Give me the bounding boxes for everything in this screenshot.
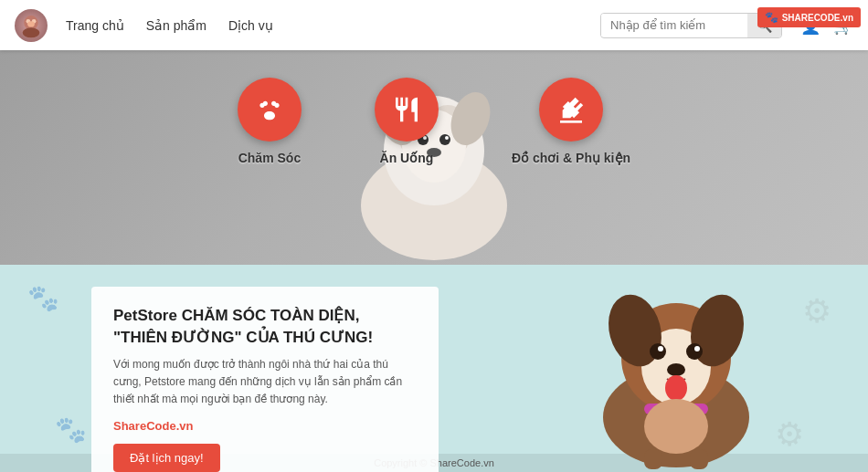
section2-inner: 🐾 🐾 ⚙ ⚙ PetStore CHĂM SÓC TOÀN DIỆN, "TH… [0,265,868,472]
hero-section: Chăm Sóc Ăn Uống Đồ chơi & Phụ kiện [0,50,868,265]
cham-soc-label: Chăm Sóc [238,151,301,165]
info-description: Với mong muốn được trở thành ngôi nhà th… [113,356,417,409]
search-container: 🔍 [600,13,782,38]
svg-rect-30 [644,449,662,469]
category-do-choi[interactable]: Đồ chơi & Phụ kiện [512,78,630,165]
dog-right-image [557,271,795,472]
sharecode-text: SHARECODE.vn [782,13,853,23]
dog-svg [557,271,795,472]
svg-point-27 [665,375,687,401]
search-input[interactable] [601,14,747,37]
hammer-icon [556,95,586,124]
paw-icon: 🐾 [765,11,778,24]
nav-menu: Trang chủ Sản phẩm Dịch vụ [66,18,600,33]
deco-paw-2: 🐾 [55,414,87,445]
category-cham-soc[interactable]: Chăm Sóc [238,78,302,165]
logo[interactable] [15,9,48,42]
cham-soc-circle [238,78,302,142]
paw-icon [255,95,284,124]
sharecode-watermark: ShareCode.vn [113,419,417,433]
svg-point-4 [27,21,35,26]
svg-point-22 [650,343,666,360]
svg-rect-31 [690,449,708,469]
an-uong-label: Ăn Uống [380,151,434,165]
svg-point-26 [667,363,685,376]
info-heading: PetStore CHĂM SÓC TOÀN DIỆN, "THIÊN ĐƯỜN… [113,305,417,349]
svg-point-29 [644,399,708,454]
nav-home[interactable]: Trang chủ [66,18,124,33]
sharecode-badge: 🐾 SHARECODE.vn [757,7,861,27]
do-choi-label: Đồ chơi & Phụ kiện [512,151,630,165]
svg-point-24 [658,346,663,351]
an-uong-circle [375,78,439,142]
section2: 🐾 🐾 ⚙ ⚙ PetStore CHĂM SÓC TOÀN DIỆN, "TH… [0,265,868,472]
info-card: PetStore CHĂM SÓC TOÀN DIỆN, "THIÊN ĐƯỜN… [91,287,439,472]
svg-point-25 [694,346,700,351]
utensils-icon [392,95,421,124]
do-choi-circle [539,78,603,142]
categories-container: Chăm Sóc Ăn Uống Đồ chơi & Phụ kiện [0,78,868,165]
nav-services[interactable]: Dịch vụ [228,18,273,33]
category-an-uong[interactable]: Ăn Uống [375,78,439,165]
svg-point-1 [23,27,40,37]
deco-gear-2: ⚙ [802,292,831,330]
logo-icon [18,13,44,38]
deco-paw-1: 🐾 [27,283,59,313]
nav-products[interactable]: Sản phẩm [146,18,206,33]
navbar: Trang chủ Sản phẩm Dịch vụ 🔍 👤 🛒 0 [0,0,868,50]
book-button[interactable]: Đặt lịch ngay! [113,444,220,472]
svg-point-23 [686,343,703,360]
